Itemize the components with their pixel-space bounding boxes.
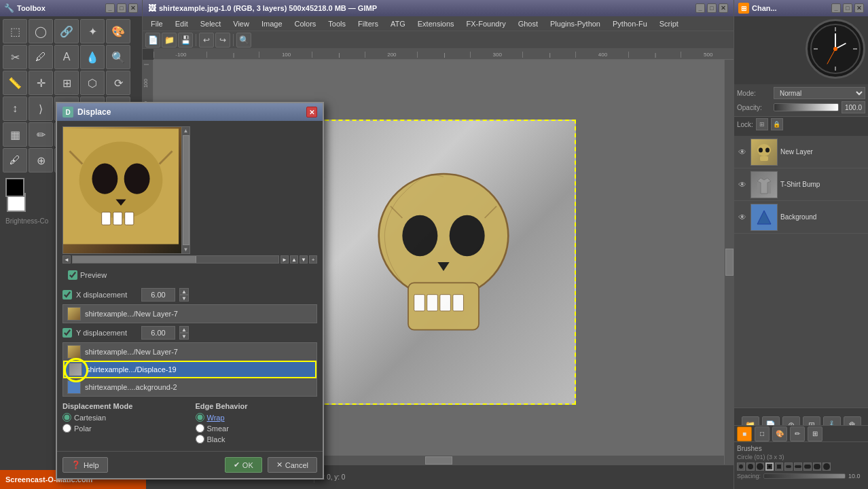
toolbox-minimize-btn[interactable]: _ xyxy=(105,3,115,13)
polar-radio[interactable] xyxy=(62,424,71,433)
menu-image[interactable]: Image xyxy=(256,18,288,29)
color-edit-btn[interactable]: ✏ xyxy=(790,427,805,441)
tool-fuzzy-select[interactable]: ✦ xyxy=(80,19,105,43)
menu-file[interactable]: File xyxy=(145,18,168,29)
main-close-btn[interactable]: ✕ xyxy=(719,3,728,13)
menu-extensions[interactable]: Extensions xyxy=(412,18,460,29)
help-button[interactable]: ❓ Help xyxy=(62,457,108,473)
preview-thumb-h[interactable] xyxy=(73,256,196,263)
layer-item-new-layer[interactable]: 👁 New Layer xyxy=(734,136,868,168)
nav-up-btn[interactable]: ▲ xyxy=(290,255,298,264)
layer-item-tshirt[interactable]: 👁 T-Shirt Bump xyxy=(734,168,868,201)
toolbar-undo[interactable]: ↩ xyxy=(199,33,214,48)
tool-ellipse-select[interactable]: ◯ xyxy=(29,19,53,43)
x-spin-up-btn[interactable]: ▲ xyxy=(179,288,189,295)
toolbar-open[interactable]: 📁 xyxy=(162,33,177,48)
layers-maximize-btn[interactable]: □ xyxy=(843,3,852,13)
canvas-scrollbar-v[interactable] xyxy=(724,60,734,465)
tool-blend[interactable]: ▦ xyxy=(3,122,27,147)
tool-pencil[interactable]: ✏ xyxy=(29,122,53,147)
dropdown-item-background2[interactable]: shirtexample....ackground-2 xyxy=(63,378,317,396)
tool-rect-select[interactable]: ⬚ xyxy=(3,19,27,43)
y-displacement-checkbox[interactable] xyxy=(62,328,72,338)
y-spin-down-btn[interactable]: ▼ xyxy=(179,333,189,340)
nav-zoom-btn[interactable]: + xyxy=(309,255,317,264)
scroll-thumb-v[interactable] xyxy=(183,135,189,245)
toolbox-close-btn[interactable]: ✕ xyxy=(128,3,138,13)
color-fg-btn[interactable]: ■ xyxy=(737,427,752,441)
tool-zoom[interactable]: 🔍 xyxy=(106,45,130,69)
nav-down-btn[interactable]: ▼ xyxy=(300,255,308,264)
tool-rotate[interactable]: ⟳ xyxy=(106,71,130,95)
wrap-radio[interactable] xyxy=(196,413,204,422)
toolbar-redo[interactable]: ↪ xyxy=(215,33,230,48)
menu-colors[interactable]: Colors xyxy=(289,18,322,29)
menu-ghost[interactable]: Ghost xyxy=(513,18,543,29)
cancel-button[interactable]: ✕ Cancel xyxy=(268,457,317,473)
tool-crop[interactable]: ⬡ xyxy=(80,71,105,95)
scrollbar-thumb-v[interactable] xyxy=(725,249,734,276)
tool-free-select[interactable]: 🔗 xyxy=(54,19,79,43)
preview-scroll-v[interactable]: ▲ ▼ xyxy=(181,127,189,253)
spacing-slider[interactable] xyxy=(763,473,846,479)
layer-eye-tshirt[interactable]: 👁 xyxy=(737,179,748,190)
menu-filters[interactable]: Filters xyxy=(352,18,384,29)
brush-item[interactable] xyxy=(794,463,802,471)
lock-position-btn[interactable]: 🔒 xyxy=(771,118,783,130)
y-spin-up-btn[interactable]: ▲ xyxy=(179,326,189,333)
nav-left-btn[interactable]: ◄ xyxy=(62,255,71,264)
scrollbar-thumb-h[interactable] xyxy=(425,456,452,465)
tool-ink[interactable]: 🖋 xyxy=(3,148,27,173)
tool-scissors[interactable]: ✂ xyxy=(3,45,27,69)
scroll-up-btn[interactable]: ▲ xyxy=(183,128,189,134)
tool-color-picker[interactable]: 💧 xyxy=(80,45,105,69)
layer-eye-new-layer[interactable]: 👁 xyxy=(737,147,748,158)
menu-tools[interactable]: Tools xyxy=(323,18,351,29)
layer-mode-select[interactable]: Normal Multiply Screen xyxy=(774,87,865,99)
wrap-label[interactable]: Wrap xyxy=(207,414,225,422)
menu-view[interactable]: View xyxy=(228,18,255,29)
tool-clone[interactable]: ⊕ xyxy=(29,148,53,173)
tool-shear[interactable]: ⟩ xyxy=(29,96,53,121)
toolbar-new[interactable]: 📄 xyxy=(145,33,160,48)
brush-item[interactable] xyxy=(813,463,821,471)
tool-text[interactable]: A xyxy=(54,45,79,69)
brush-item[interactable] xyxy=(775,463,783,471)
menu-edit[interactable]: Edit xyxy=(170,18,194,29)
tool-align[interactable]: ⊞ xyxy=(54,71,79,95)
menu-python-fu[interactable]: Python-Fu xyxy=(607,18,653,29)
layer-eye-background[interactable]: 👁 xyxy=(737,212,748,223)
menu-atg[interactable]: ATG xyxy=(385,18,411,29)
layers-close-btn[interactable]: ✕ xyxy=(854,3,864,13)
menu-plugins-python[interactable]: Plugins-Python xyxy=(545,18,606,29)
color-bg-btn[interactable]: □ xyxy=(755,427,770,441)
layer-item-background[interactable]: 👁 Background xyxy=(734,201,868,234)
nav-right-btn[interactable]: ► xyxy=(281,255,289,264)
brush-item[interactable] xyxy=(784,463,793,471)
tool-paths[interactable]: 🖊 xyxy=(29,45,53,69)
toolbox-maximize-btn[interactable]: □ xyxy=(117,3,126,13)
black-radio[interactable] xyxy=(196,435,204,443)
brush-item-selected[interactable] xyxy=(765,463,774,471)
main-maximize-btn[interactable]: □ xyxy=(707,3,717,13)
lock-pixels-btn[interactable]: ⊞ xyxy=(756,118,768,130)
opacity-slider[interactable] xyxy=(774,103,839,111)
main-minimize-btn[interactable]: _ xyxy=(695,3,705,13)
preview-scrollbar-h[interactable] xyxy=(72,255,279,264)
brush-item[interactable] xyxy=(756,463,764,471)
ok-button[interactable]: ✔ OK xyxy=(225,457,262,473)
dropdown-item-0[interactable]: shirtexample.../New Layer-7 xyxy=(63,305,317,323)
brush-item[interactable] xyxy=(737,463,745,471)
scroll-down-btn[interactable]: ▼ xyxy=(183,247,189,253)
brush-item[interactable] xyxy=(803,463,812,471)
toolbar-zoom-out[interactable]: 🔍 xyxy=(236,33,251,48)
menu-script[interactable]: Script xyxy=(654,18,684,29)
dialog-close-btn[interactable]: ✕ xyxy=(306,107,317,117)
layers-minimize-btn[interactable]: _ xyxy=(831,3,841,13)
brush-item[interactable] xyxy=(822,463,831,471)
x-spin-down-btn[interactable]: ▼ xyxy=(179,295,189,302)
brush-item[interactable] xyxy=(746,463,755,471)
fg-color-swatch[interactable] xyxy=(5,178,24,197)
toolbar-save[interactable]: 💾 xyxy=(178,33,193,48)
menu-select[interactable]: Select xyxy=(195,18,227,29)
